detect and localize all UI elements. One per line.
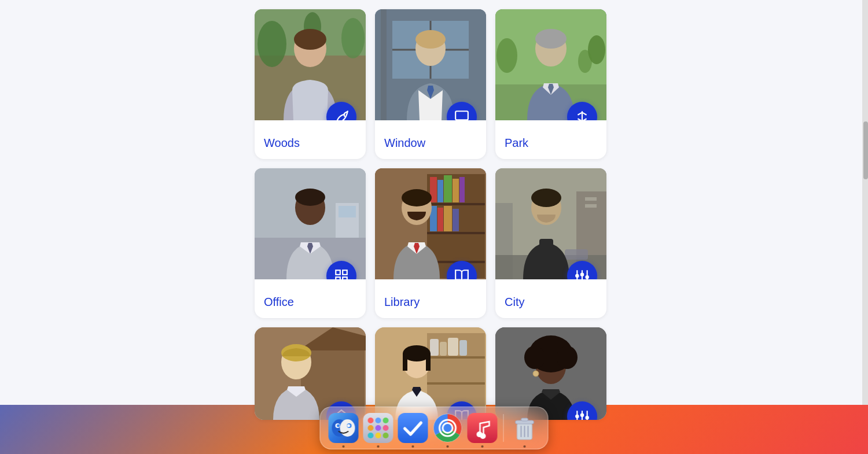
svg-rect-14 — [455, 111, 468, 120]
app-window: Woods — [0, 0, 868, 405]
svg-point-117 — [376, 433, 381, 438]
svg-rect-80 — [440, 342, 447, 356]
scrollbar[interactable] — [862, 0, 868, 405]
svg-point-111 — [376, 418, 381, 423]
svg-point-106 — [337, 425, 340, 427]
svg-point-2 — [258, 21, 286, 67]
svg-point-90 — [524, 346, 545, 369]
svg-point-115 — [383, 425, 389, 431]
dock — [320, 407, 549, 449]
svg-rect-119 — [398, 413, 428, 443]
dock-item-finder[interactable] — [328, 412, 360, 444]
svg-point-30 — [295, 189, 325, 206]
card-window[interactable]: Window — [375, 9, 486, 159]
right-panel — [605, 0, 862, 405]
svg-point-13 — [415, 30, 446, 49]
svg-rect-37 — [427, 203, 485, 205]
svg-rect-85 — [403, 353, 407, 371]
dock-item-music[interactable] — [466, 412, 499, 444]
card-office-image — [255, 168, 366, 279]
card-woman[interactable] — [495, 327, 606, 420]
svg-rect-60 — [539, 239, 553, 248]
svg-rect-86 — [426, 353, 431, 371]
svg-rect-44 — [459, 177, 465, 202]
svg-rect-77 — [427, 356, 485, 359]
card-library[interactable]: Library — [375, 168, 486, 318]
dock-separator — [503, 414, 504, 442]
svg-point-100 — [581, 414, 583, 416]
svg-point-3 — [341, 18, 365, 58]
svg-rect-43 — [453, 179, 459, 202]
card-city[interactable]: City — [495, 168, 606, 318]
svg-rect-130 — [521, 418, 528, 421]
book-icon — [454, 268, 469, 279]
card-woman-image — [495, 327, 606, 420]
card-park-image — [495, 9, 606, 120]
launchpad-icon — [363, 413, 393, 443]
sliders2-icon — [575, 409, 590, 420]
finder-icon — [329, 413, 359, 443]
dock-item-taskplanner[interactable] — [397, 412, 429, 444]
svg-rect-46 — [437, 208, 443, 231]
leaf-icon — [334, 109, 349, 120]
svg-point-114 — [376, 425, 381, 431]
svg-point-112 — [383, 418, 389, 423]
svg-point-113 — [368, 425, 374, 431]
svg-rect-48 — [453, 209, 459, 231]
card-city-image — [495, 168, 606, 279]
music-icon — [468, 413, 498, 443]
svg-point-101 — [586, 416, 589, 419]
svg-point-50 — [402, 189, 432, 206]
svg-rect-32 — [343, 270, 347, 275]
dock-item-launchpad[interactable] — [362, 412, 395, 444]
card-window-label: Window — [375, 120, 486, 159]
svg-rect-54 — [585, 197, 597, 201]
taskplanner-icon — [398, 413, 428, 443]
card-park[interactable]: Park — [495, 9, 606, 159]
svg-rect-28 — [339, 206, 356, 217]
card-woods-image — [255, 9, 366, 120]
card-woods-label: Woods — [255, 120, 366, 159]
svg-point-126 — [480, 433, 486, 439]
svg-rect-78 — [427, 382, 485, 385]
svg-point-68 — [581, 274, 583, 276]
svg-point-122 — [444, 424, 452, 432]
svg-point-110 — [368, 418, 374, 423]
trash-icon — [510, 413, 540, 443]
svg-rect-82 — [459, 340, 467, 356]
svg-rect-55 — [585, 204, 597, 208]
svg-point-104 — [340, 419, 355, 437]
scrollbar-thumb[interactable] — [863, 121, 868, 179]
card-shop[interactable] — [375, 327, 486, 420]
card-office[interactable]: Office — [255, 168, 366, 318]
svg-rect-42 — [444, 175, 452, 202]
chrome-icon — [433, 413, 463, 443]
svg-point-59 — [531, 189, 561, 207]
svg-rect-79 — [430, 339, 439, 356]
svg-rect-57 — [565, 249, 588, 260]
card-window-image — [375, 9, 486, 120]
svg-rect-41 — [437, 180, 443, 202]
card-park-label: Park — [495, 120, 606, 159]
card-woods[interactable]: Woods — [255, 9, 366, 159]
grid-icon — [334, 268, 349, 279]
monitor-icon — [454, 109, 469, 120]
sliders-icon — [575, 268, 590, 279]
svg-point-19 — [496, 38, 517, 73]
card-grid: Woods — [255, 0, 602, 429]
svg-point-108 — [347, 425, 350, 427]
svg-point-91 — [557, 346, 578, 369]
dock-item-chrome[interactable] — [432, 412, 464, 444]
svg-rect-31 — [336, 270, 340, 275]
card-cabin[interactable] — [255, 327, 366, 420]
svg-point-116 — [368, 433, 374, 438]
card-office-label: Office — [255, 279, 366, 318]
card-shop-image — [375, 327, 486, 420]
svg-point-67 — [576, 275, 578, 277]
svg-point-21 — [578, 50, 592, 73]
svg-rect-33 — [336, 277, 340, 279]
svg-rect-34 — [343, 277, 347, 279]
svg-rect-38 — [427, 232, 485, 234]
svg-point-118 — [383, 433, 389, 438]
dock-item-trash[interactable] — [509, 412, 541, 444]
